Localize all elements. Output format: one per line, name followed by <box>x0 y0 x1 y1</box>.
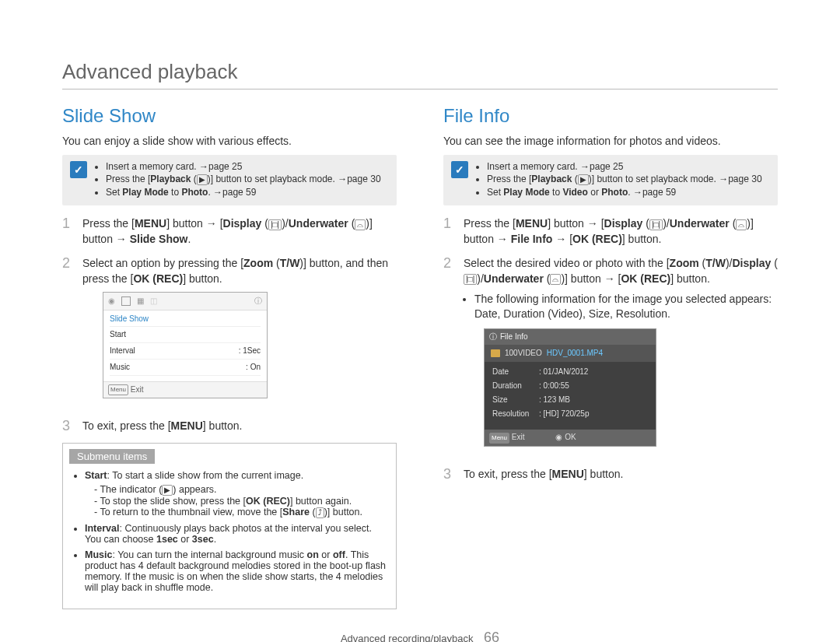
playback-icon: ▶ <box>197 174 208 185</box>
step-2: 2 Select the desired video or photo with… <box>443 256 778 457</box>
submenu-item-interval: Interval: Continuously plays back photos… <box>85 523 387 545</box>
underwater-icon: ⌓ <box>550 274 561 285</box>
display-icon: |□| <box>464 274 477 285</box>
display-icon: |□| <box>268 219 282 230</box>
prerequisite-box: ✓ Insert a memory card. →page 25 Press t… <box>62 155 397 205</box>
check-icon: ✓ <box>451 161 468 178</box>
menu-row-start: Start <box>110 327 261 343</box>
prerequisite-box: ✓ Insert a memory card. →page 25 Press t… <box>443 155 778 205</box>
thumbnail-icon <box>121 296 131 306</box>
step-number: 2 <box>62 256 73 409</box>
info-icon: ⓘ <box>254 296 262 307</box>
two-column-layout: Slide Show You can enjoy a slide show wi… <box>62 102 778 609</box>
screenshot-folder-row: 100VIDEO HDV_0001.MP4 <box>485 345 656 362</box>
page-title: Advanced playback <box>62 60 778 89</box>
page-footer: Advanced recording/playback 66 <box>62 630 778 642</box>
share-icon: ⤴ <box>316 507 324 518</box>
footer-text: Advanced recording/playback <box>341 633 474 642</box>
menu-row-music: Music: On <box>110 360 261 376</box>
step-bullet: The following information for the image … <box>474 292 778 322</box>
info-row-duration: Duration: 0:00:55 <box>492 379 648 393</box>
prereq-item: Insert a memory card. →page 25 <box>106 161 381 172</box>
file-info-section: File Info You can see the image informat… <box>443 102 778 609</box>
screenshot-bottom-bar: Menu Exit <box>103 381 267 398</box>
info-row-date: Date: 01/JAN/2012 <box>492 365 648 379</box>
grid-icon: ▦ <box>137 296 144 307</box>
fileinfo-screenshot: ⓘ File Info 100VIDEO HDV_0001.MP4 Date: … <box>484 328 656 447</box>
submenu-item-start: Start: To start a slide show from the cu… <box>85 470 387 517</box>
ok-dot-icon: ◉ <box>555 433 562 441</box>
playback-icon: ▶ <box>578 174 589 185</box>
prereq-item: Press the [Playback (▶)] button to set p… <box>487 174 762 185</box>
menu-badge-icon: Menu <box>489 433 509 444</box>
submenu-items-tag: Submenu items <box>69 449 155 464</box>
step-number: 3 <box>62 419 73 434</box>
play-indicator-icon: ▶ <box>162 485 173 496</box>
underwater-icon: ⌓ <box>355 219 366 230</box>
misc-icon: ◫ <box>150 296 157 307</box>
step-1: 1 Press the [MENU] button → [Display (|□… <box>443 216 778 247</box>
screenshot-header: ⓘ File Info <box>485 329 656 345</box>
menu-row-interval: Interval: 1Sec <box>110 343 261 360</box>
prereq-item: Set Play Mode to Photo. →page 59 <box>106 187 381 198</box>
slide-show-section: Slide Show You can enjoy a slide show wi… <box>62 102 397 609</box>
underwater-icon: ⌓ <box>736 219 747 230</box>
step-2: 2 Select an option by pressing the [Zoom… <box>62 256 397 409</box>
screenshot-top-bar: ◉ ▦ ◫ ⓘ <box>103 293 267 310</box>
section-heading-slideshow: Slide Show <box>62 105 397 127</box>
menu-badge-icon: Menu <box>108 384 128 395</box>
step-3: 3 To exit, press the [MENU] button. <box>443 467 778 482</box>
info-icon: ⓘ <box>489 332 497 342</box>
intro-text: You can enjoy a slide show with various … <box>62 135 397 147</box>
step-number: 3 <box>443 467 454 482</box>
submenu-item-music: Music: You can turn the internal backgro… <box>85 549 387 593</box>
step-3: 3 To exit, press the [MENU] button. <box>62 419 397 434</box>
intro-text: You can see the image information for ph… <box>443 135 778 147</box>
mode-icon: ◉ <box>108 296 115 307</box>
prereq-item: Insert a memory card. →page 25 <box>487 161 762 172</box>
step-number: 2 <box>443 256 454 457</box>
manual-page: Advanced playback Slide Show You can enj… <box>0 0 840 642</box>
prereq-item: Set Play Mode to Video or Photo. →page 5… <box>487 187 762 198</box>
submenu-items-box: Submenu items Start: To start a slide sh… <box>62 443 397 609</box>
filename-label: HDV_0001.MP4 <box>547 348 603 359</box>
page-number: 66 <box>484 630 499 642</box>
screenshot-menu-title: Slide Show <box>110 310 261 327</box>
display-icon: |□| <box>649 219 663 230</box>
section-heading-fileinfo: File Info <box>443 105 778 127</box>
screenshot-footer: Menu Exit ◉ OK <box>485 430 656 445</box>
prereq-item: Press the [Playback (▶)] button to set p… <box>106 174 381 185</box>
step-number: 1 <box>62 216 73 247</box>
slideshow-menu-screenshot: ◉ ▦ ◫ ⓘ Slide Show Start <box>103 292 268 398</box>
step-number: 1 <box>443 216 454 247</box>
folder-icon <box>491 349 500 357</box>
check-icon: ✓ <box>70 161 87 178</box>
info-row-resolution: Resolution: [HD] 720/25p <box>492 407 648 421</box>
info-row-size: Size: 123 MB <box>492 393 648 407</box>
step-1: 1 Press the [MENU] button → [Display (|□… <box>62 216 397 247</box>
